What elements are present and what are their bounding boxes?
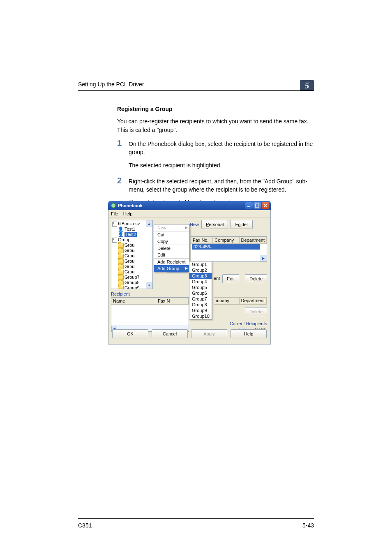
folder-icon: [118, 248, 124, 253]
tree-test2-selected[interactable]: 👤Test2: [112, 232, 152, 237]
top-grid[interactable]: Fax No. Company Department 023-456-78** …: [191, 236, 267, 262]
running-header: Setting Up the PCL Driver: [78, 81, 144, 88]
ctx-add-recipient[interactable]: Add Recipient: [154, 259, 189, 265]
current-recipients-label: Current Recipients: [230, 321, 267, 326]
close-button[interactable]: [262, 202, 269, 209]
context-menu: New Cut Copy Delete Edit Add Recipient A…: [154, 224, 190, 272]
tree-item[interactable]: Grou: [112, 259, 152, 264]
step1-result: The selected recipient is highlighted.: [129, 161, 314, 169]
col-department2[interactable]: Department: [240, 298, 267, 304]
scroll-right-icon[interactable]: ▶: [260, 255, 267, 261]
tree-group[interactable]: Group: [112, 237, 152, 243]
svg-rect-2: [256, 204, 259, 207]
sub-group6[interactable]: Group6: [189, 290, 212, 296]
scroll-up-icon[interactable]: ▲: [146, 220, 152, 227]
sub-group2[interactable]: Group2: [189, 267, 212, 273]
svg-point-0: [111, 203, 115, 208]
delete-recipient-button: Delete: [245, 307, 267, 316]
sub-group9[interactable]: Group9: [189, 308, 212, 313]
sub-group8[interactable]: Group8: [189, 302, 212, 308]
book-icon: [112, 222, 117, 227]
sub-group5[interactable]: Group5: [189, 284, 212, 290]
svg-rect-1: [247, 206, 250, 207]
personal-button[interactable]: Personal: [201, 220, 228, 229]
cell-faxno: 023-456-78**: [192, 244, 215, 250]
sub-group4[interactable]: Group4: [189, 279, 212, 284]
recipient-label: Recipient: [111, 291, 130, 296]
ctx-add-group[interactable]: Add Group: [154, 265, 189, 272]
step1-text: On the Phonebook dialog box, select the …: [129, 140, 314, 157]
step-number-2: 2: [117, 176, 129, 185]
maximize-button[interactable]: [254, 202, 261, 209]
folder-icon: [118, 243, 124, 248]
folder-icon: [118, 275, 124, 280]
delete-button[interactable]: Delete: [245, 274, 267, 283]
folder-icon: [118, 264, 124, 269]
sub-group3[interactable]: Group3: [189, 273, 212, 279]
ok-button[interactable]: OK: [112, 329, 148, 338]
step2-text: Right-click the selected recipient, and …: [129, 177, 314, 194]
add-group-submenu: Group1 Group2 Group3 Group4 Group5 Group…: [189, 261, 212, 319]
person-icon: 👤: [118, 232, 124, 237]
cancel-button[interactable]: Cancel: [152, 329, 188, 338]
col-faxn[interactable]: Fax N: [156, 298, 189, 304]
tree-item[interactable]: Grou: [112, 253, 152, 259]
footer-model: C351: [78, 522, 92, 529]
apply-button: Apply: [191, 329, 227, 338]
tree-item[interactable]: Grou: [112, 269, 152, 275]
folder-icon: [118, 259, 124, 264]
col-company[interactable]: Company: [213, 237, 239, 243]
folder-icon: [118, 270, 124, 275]
tree-item[interactable]: Grou: [112, 243, 152, 248]
tree-test1[interactable]: 👤Test1: [112, 227, 152, 232]
dialog-title: Phonebook: [118, 203, 143, 208]
col-name[interactable]: Name: [111, 298, 156, 304]
grid-selected-row[interactable]: 023-456-78**: [192, 244, 260, 250]
new-label: New: [190, 222, 199, 227]
book-icon: [112, 238, 117, 243]
recipient-grid[interactable]: Name Fax N ◀: [111, 297, 189, 332]
header-rule: [78, 90, 314, 91]
ctx-delete[interactable]: Delete: [154, 245, 189, 252]
col-faxno[interactable]: Fax No.: [191, 237, 213, 243]
section-intro: You can pre-register the recipients to w…: [117, 117, 314, 134]
folder-icon: [118, 254, 124, 259]
section-heading: Registering a Group: [117, 105, 314, 113]
ctx-new[interactable]: New: [154, 224, 189, 231]
menu-help[interactable]: Help: [123, 211, 133, 216]
phonebook-tree[interactable]: ▲ ▼ hlBook.csv 👤Test1 👤Test2 Group Grou …: [111, 220, 153, 289]
folder-icon: [118, 286, 124, 289]
chapter-badge: 5: [300, 80, 314, 91]
sub-group10[interactable]: Group10: [189, 313, 212, 319]
ctx-edit[interactable]: Edit: [154, 252, 189, 259]
sub-group1[interactable]: Group1: [189, 261, 212, 267]
scroll-down-icon[interactable]: ▼: [146, 282, 152, 289]
fragment-ent: ent: [214, 276, 220, 281]
titlebar[interactable]: Phonebook: [108, 201, 271, 210]
app-icon: [111, 203, 116, 208]
col-department[interactable]: Department: [240, 237, 267, 243]
phonebook-dialog: Phonebook File Help ▲ ▼: [108, 201, 271, 345]
tree-item[interactable]: Group7: [112, 275, 152, 280]
ctx-copy[interactable]: Copy: [154, 238, 189, 245]
folder-button[interactable]: Folder: [231, 220, 252, 229]
person-icon: 👤: [118, 227, 124, 232]
edit-button[interactable]: Edit: [222, 274, 239, 283]
col-mpany[interactable]: mpany: [214, 298, 240, 304]
minimize-button[interactable]: [245, 202, 253, 209]
tree-item[interactable]: Grou: [112, 264, 152, 269]
help-button[interactable]: Help: [231, 329, 267, 338]
menu-file[interactable]: File: [111, 211, 118, 216]
step-number-1: 1: [117, 139, 129, 147]
footer-pagenum: 5-43: [302, 522, 314, 529]
tree-item[interactable]: Grou: [112, 248, 152, 253]
footer-rule: [78, 518, 314, 519]
sub-group7[interactable]: Group7: [189, 296, 212, 302]
folder-icon: [118, 280, 124, 285]
ctx-cut[interactable]: Cut: [154, 231, 189, 238]
